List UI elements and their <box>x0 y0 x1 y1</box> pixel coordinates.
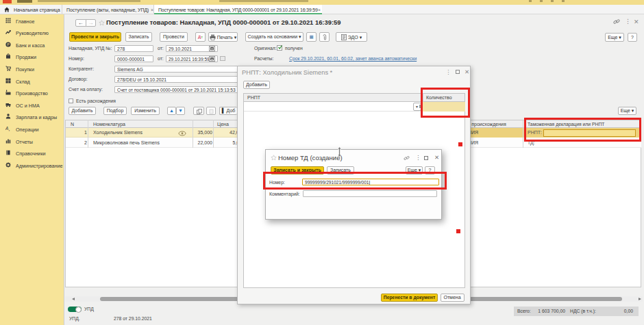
svg-text:P: P <box>7 42 10 47</box>
svg-text:т: т <box>8 128 10 131</box>
